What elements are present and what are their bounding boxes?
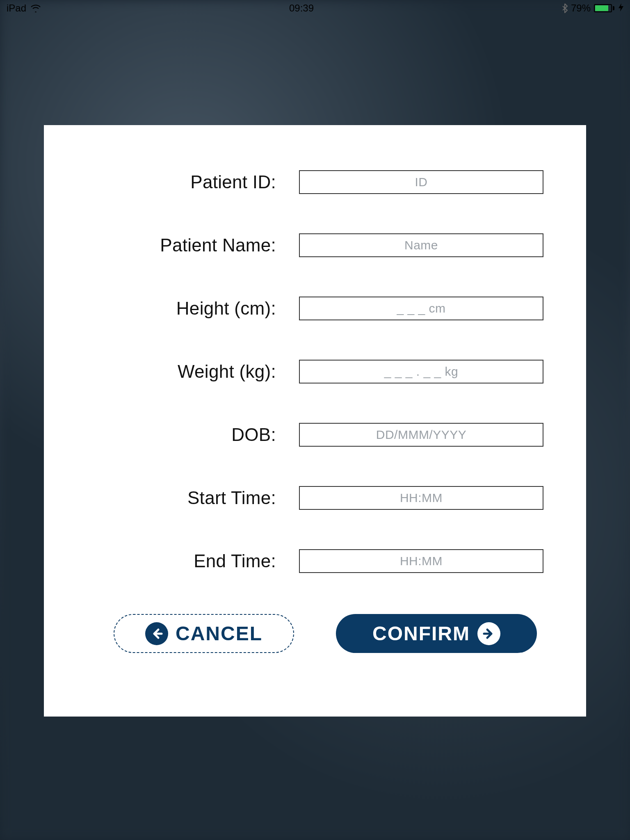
cancel-button[interactable]: CANCEL [114,614,294,653]
weight-input[interactable] [299,360,543,383]
row-height: Height (cm): [85,297,545,320]
screen: iPad 09:39 79% [0,0,630,840]
battery-percent: 79% [571,2,591,14]
row-patient-id: Patient ID: [85,170,545,194]
status-bar: iPad 09:39 79% [0,0,630,16]
label-end-time: End Time: [85,551,299,571]
button-row: CANCEL CONFIRM [85,614,545,653]
row-end-time: End Time: [85,549,545,573]
patient-id-input[interactable] [299,170,543,194]
patient-form: Patient ID: Patient Name: Height (cm): W… [85,170,545,573]
row-start-time: Start Time: [85,486,545,510]
wifi-icon [30,4,41,12]
label-start-time: Start Time: [85,488,299,508]
row-dob: DOB: [85,423,545,447]
arrow-left-icon [145,622,168,645]
label-dob: DOB: [85,425,299,445]
charging-icon [619,3,623,14]
bluetooth-icon [562,3,568,13]
arrow-right-icon [477,622,500,645]
label-height: Height (cm): [85,298,299,319]
end-time-input[interactable] [299,549,543,573]
row-patient-name: Patient Name: [85,233,545,257]
status-left: iPad [7,2,41,14]
battery-icon [594,4,614,12]
confirm-button[interactable]: CONFIRM [336,614,537,653]
label-weight: Weight (kg): [85,361,299,382]
status-right: 79% [562,2,623,14]
row-weight: Weight (kg): [85,360,545,383]
label-patient-name: Patient Name: [85,235,299,256]
device-label: iPad [7,2,26,14]
patient-form-modal: Patient ID: Patient Name: Height (cm): W… [44,125,586,717]
label-patient-id: Patient ID: [85,172,299,192]
cancel-label: CANCEL [176,622,262,645]
height-input[interactable] [299,297,543,320]
status-time: 09:39 [289,2,314,14]
patient-name-input[interactable] [299,233,543,257]
start-time-input[interactable] [299,486,543,510]
confirm-label: CONFIRM [372,622,470,645]
dob-input[interactable] [299,423,543,447]
